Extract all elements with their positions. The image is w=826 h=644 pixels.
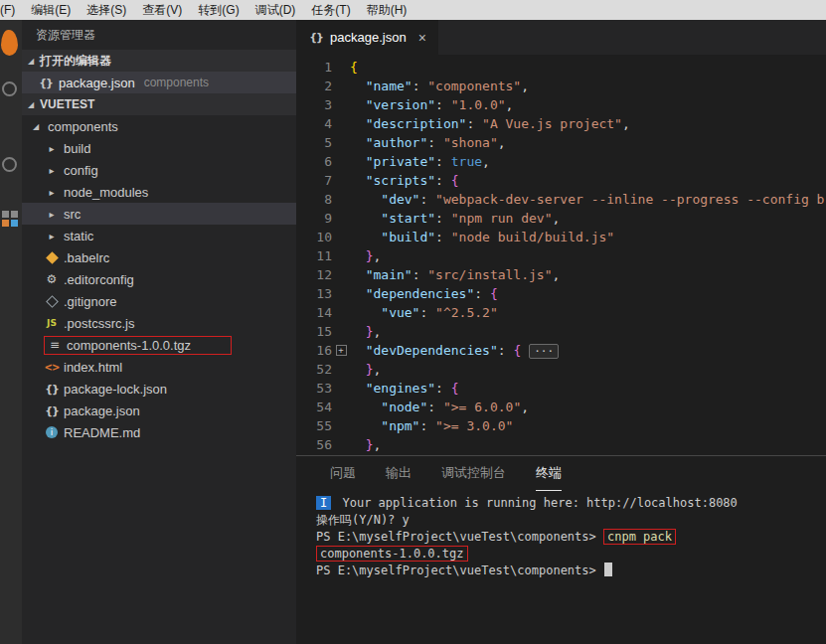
code-token: "node build/build.js"	[451, 230, 614, 244]
code-token: {	[451, 173, 459, 188]
line-number: 16	[296, 341, 332, 360]
gear-icon	[44, 272, 60, 286]
code-token: "version"	[350, 97, 435, 112]
code-editor[interactable]: 1{2 "name": "components",3 "version": "1…	[296, 55, 826, 455]
tab-package-json[interactable]: package.json ×	[296, 20, 438, 55]
code-line-55[interactable]: 55 "npm": ">= 3.0.0"	[296, 416, 826, 435]
fold-icon[interactable]: +	[336, 345, 347, 356]
code-token: ,	[373, 437, 381, 452]
code-line-52[interactable]: 52 },	[296, 360, 826, 379]
file-tree: componentsbuildconfignode_modulessrcstat…	[22, 115, 296, 443]
line-number: 14	[296, 303, 332, 322]
code-line-6[interactable]: 6 "private": true,	[296, 152, 826, 171]
tree-item-index.html[interactable]: index.html	[22, 356, 296, 378]
gutter	[332, 322, 350, 341]
code-line-10[interactable]: 10 "build": "node build/build.js"	[296, 228, 826, 246]
menu-item-goto[interactable]: 转到(G)	[190, 2, 247, 19]
explorer-icon[interactable]	[1, 30, 18, 56]
panel-tab-output[interactable]: 输出	[386, 456, 412, 491]
tree-item-src[interactable]: src	[22, 203, 296, 225]
menu-item-debug[interactable]: 调试(D)	[248, 2, 304, 19]
code-line-9[interactable]: 9 "start": "npm run dev",	[296, 209, 826, 228]
code-line-11[interactable]: 11 },	[296, 246, 826, 265]
code-token: "private"	[350, 154, 435, 169]
code-line-14[interactable]: 14 "vue": "^2.5.2"	[296, 303, 826, 322]
code-line-54[interactable]: 54 "node": ">= 6.0.0",	[296, 398, 826, 416]
code-line-12[interactable]: 12 "main": "src/install.js",	[296, 265, 826, 284]
code-text: },	[350, 322, 826, 341]
panel-tab-debug-console[interactable]: 调试控制台	[441, 456, 506, 491]
tree-item-.babelrc[interactable]: .babelrc	[22, 246, 296, 268]
panel-tab-terminal[interactable]: 终端	[536, 456, 562, 491]
code-token: ,	[553, 267, 561, 282]
code-line-1[interactable]: 1{	[296, 58, 826, 77]
gutter	[332, 416, 350, 435]
code-text: "author": "shona",	[350, 133, 826, 152]
code-token: {	[513, 343, 521, 358]
gutter: +	[332, 341, 350, 360]
tree-item-package.json[interactable]: package.json	[22, 400, 296, 421]
tree-item-label: static	[64, 229, 93, 243]
code-token: true	[451, 154, 482, 169]
code-token: :	[419, 305, 435, 320]
open-editor-item[interactable]: package.json components	[22, 72, 296, 93]
code-line-7[interactable]: 7 "scripts": {	[296, 171, 826, 190]
code-line-56[interactable]: 56 },	[296, 435, 826, 454]
code-token: ,	[498, 135, 506, 150]
code-text: "npm": ">= 3.0.0"	[350, 416, 826, 435]
code-line-4[interactable]: 4 "description": "A Vue.js project",	[296, 114, 826, 133]
gutter	[332, 152, 350, 171]
code-token: "name"	[350, 79, 413, 93]
code-line-2[interactable]: 2 "name": "components",	[296, 77, 826, 95]
js-icon	[44, 318, 60, 328]
tree-item-components[interactable]: components	[22, 115, 296, 137]
code-line-13[interactable]: 13 "dependencies": {	[296, 284, 826, 303]
code-line-8[interactable]: 8 "dev": "webpack-dev-server --inline --…	[296, 190, 826, 209]
menu-item-selection[interactable]: 选择(S)	[79, 2, 134, 19]
line-number: 55	[296, 416, 332, 435]
search-icon[interactable]	[2, 81, 17, 96]
menu-item-file[interactable]: 文件(F)	[0, 2, 23, 19]
code-line-5[interactable]: 5 "author": "shona",	[296, 133, 826, 152]
panel-tab-problems[interactable]: 问题	[330, 456, 356, 491]
tree-item-label: node_modules	[64, 185, 148, 200]
menu-item-edit[interactable]: 编辑(E)	[23, 2, 79, 19]
tree-item-.gitignore[interactable]: .gitignore	[22, 290, 296, 312]
tree-item-node_modules[interactable]: node_modules	[22, 181, 296, 203]
code-token: "engines"	[350, 381, 435, 396]
code-token: :	[435, 381, 451, 396]
tree-item-static[interactable]: static	[22, 225, 296, 246]
tree-item-README.md[interactable]: README.md	[22, 421, 296, 443]
debug-icon[interactable]	[2, 157, 17, 172]
extensions-icon[interactable]	[2, 211, 18, 227]
line-number: 56	[296, 435, 332, 454]
project-section-header[interactable]: VUETEST	[22, 93, 296, 115]
tree-item-package-lock.json[interactable]: package-lock.json	[22, 378, 296, 400]
tree-item-label: index.html	[64, 360, 122, 375]
code-token: "components"	[427, 79, 521, 93]
open-editors-header[interactable]: 打开的编辑器	[22, 50, 296, 72]
menu-item-tasks[interactable]: 任务(T)	[303, 2, 358, 19]
sidebar-title: 资源管理器	[22, 20, 296, 50]
info-icon	[46, 426, 58, 438]
menu-item-view[interactable]: 查看(V)	[134, 2, 190, 19]
folded-code-badge[interactable]: ···	[529, 344, 559, 359]
tree-item-.postcssrc.js[interactable]: .postcssrc.js	[22, 312, 296, 334]
close-icon[interactable]: ×	[418, 30, 426, 46]
code-token: "author"	[350, 135, 427, 150]
tree-item-config[interactable]: config	[22, 159, 296, 181]
code-line-16[interactable]: 16+ "devDependencies": {···	[296, 341, 826, 360]
gutter	[332, 190, 350, 209]
code-line-3[interactable]: 3 "version": "1.0.0",	[296, 95, 826, 114]
code-line-53[interactable]: 53 "engines": {	[296, 379, 826, 398]
menu-item-help[interactable]: 帮助(H)	[359, 2, 415, 19]
json-file-icon	[308, 31, 324, 44]
terminal[interactable]: I Your application is running here: http…	[296, 491, 826, 644]
tree-item-components-1.0.0.tgz[interactable]: components-1.0.0.tgz	[22, 334, 296, 356]
code-token: :	[435, 154, 451, 169]
tree-item-.editorconfig[interactable]: .editorconfig	[22, 268, 296, 290]
tree-item-label: src	[64, 207, 81, 222]
gutter	[332, 379, 350, 398]
code-line-15[interactable]: 15 },	[296, 322, 826, 341]
tree-item-build[interactable]: build	[22, 137, 296, 159]
